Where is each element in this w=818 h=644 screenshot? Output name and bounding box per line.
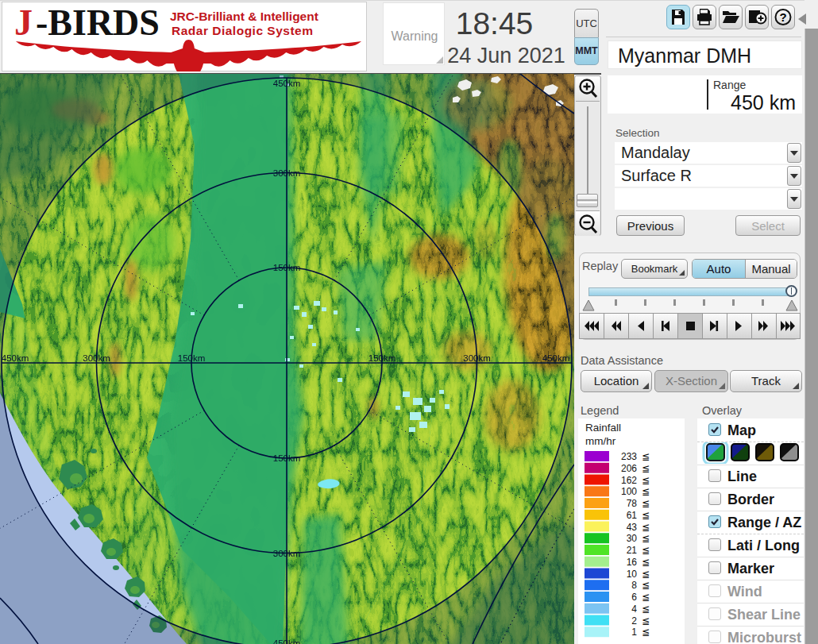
svg-text:300km: 300km: [273, 549, 301, 558]
svg-text:2: 2: [631, 615, 637, 627]
svg-text:JRC-Brilliant & Intelligent: JRC-Brilliant & Intelligent: [170, 10, 318, 23]
svg-text:78: 78: [627, 498, 638, 509]
svg-text:≦: ≦: [642, 615, 650, 627]
svg-text:450km: 450km: [542, 353, 570, 363]
svg-text:300km: 300km: [273, 168, 301, 178]
svg-text:162: 162: [621, 475, 637, 486]
svg-text:450km: 450km: [273, 638, 301, 644]
svg-text:6: 6: [631, 592, 637, 603]
svg-text:≦: ≦: [642, 627, 650, 638]
svg-text:J: J: [14, 3, 33, 43]
svg-text:?: ?: [779, 10, 786, 24]
svg-text:300km: 300km: [463, 353, 491, 363]
svg-text:43: 43: [627, 522, 638, 533]
svg-text:4: 4: [631, 604, 637, 615]
svg-text:21: 21: [627, 545, 638, 556]
svg-text:≦: ≦: [642, 569, 650, 580]
svg-text:≦: ≦: [642, 592, 650, 603]
svg-text:≦: ≦: [642, 533, 650, 544]
svg-text:206: 206: [621, 463, 637, 474]
svg-text:≦: ≦: [642, 557, 650, 568]
svg-text:16: 16: [627, 557, 638, 568]
svg-text:≦: ≦: [642, 545, 650, 556]
svg-text:1: 1: [631, 627, 637, 638]
svg-text:30: 30: [627, 533, 638, 544]
svg-text:≦: ≦: [642, 463, 650, 474]
svg-text:450km: 450km: [2, 353, 29, 363]
svg-text:300km: 300km: [83, 353, 110, 363]
svg-text:≦: ≦: [642, 498, 650, 509]
svg-text:150km: 150km: [178, 353, 206, 363]
svg-text:≦: ≦: [642, 580, 650, 591]
svg-text:≦: ≦: [642, 522, 650, 533]
svg-text:≦: ≦: [642, 510, 650, 521]
svg-text:Radar Dialogic System: Radar Dialogic System: [172, 24, 313, 37]
svg-text:≦: ≦: [642, 451, 650, 462]
svg-text:≦: ≦: [642, 486, 650, 497]
svg-text:233: 233: [621, 451, 637, 462]
svg-text:8: 8: [631, 580, 637, 591]
svg-text:150km: 150km: [368, 353, 396, 363]
svg-text:100: 100: [621, 486, 637, 497]
svg-text:61: 61: [627, 510, 638, 521]
svg-text:150km: 150km: [273, 453, 301, 463]
svg-text:150km: 150km: [273, 263, 301, 272]
svg-text:≦: ≦: [642, 604, 650, 615]
svg-text:-BIRDS: -BIRDS: [36, 3, 160, 43]
svg-text:10: 10: [627, 569, 638, 580]
svg-text:450km: 450km: [273, 79, 301, 88]
svg-text:≦: ≦: [642, 475, 650, 486]
